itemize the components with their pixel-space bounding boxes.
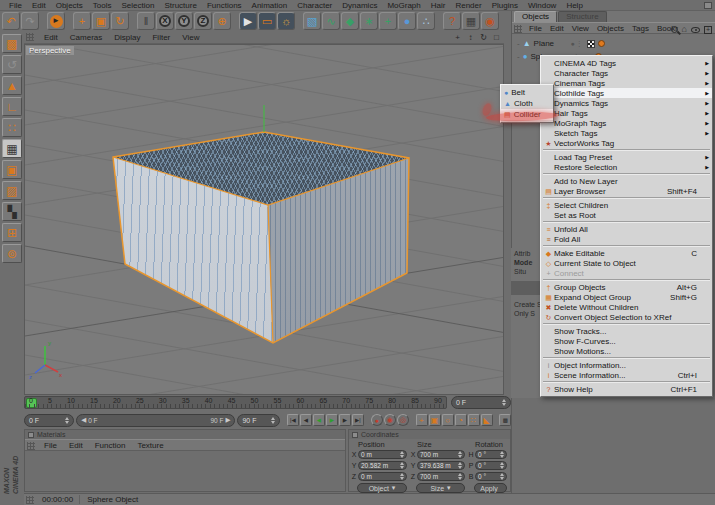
content-browser-icon[interactable]: ▦ (462, 12, 480, 30)
menubar-item[interactable]: Render (450, 1, 486, 10)
menubar-item[interactable]: Dynamics (337, 1, 382, 10)
context-menu-item[interactable]: ▤ Layer Browser Shift+F4 (541, 186, 712, 196)
end-frame-input[interactable]: 90 F (237, 414, 280, 427)
menubar-item[interactable]: Window (523, 1, 561, 10)
object-menu-item[interactable]: File (525, 24, 546, 33)
scale-tool-icon[interactable]: ▣ (92, 12, 110, 30)
context-menu-item[interactable]: CINEMA 4D Tags ▶ (541, 58, 712, 68)
context-menu-item[interactable]: i Scene Information... Ctrl+I (541, 370, 712, 380)
next-frame-button[interactable]: ▶ (339, 414, 351, 426)
context-menu-item[interactable]: ★ VectorWorks Tag (541, 138, 712, 148)
menubar-item[interactable]: Animation (247, 1, 293, 10)
context-menu-item[interactable]: Cineman Tags ▶ (541, 78, 712, 88)
visibility-dots-icon[interactable]: ●⋮ (571, 40, 584, 48)
stepper-icon[interactable] (502, 399, 506, 406)
context-menu-item[interactable]: Load Tag Preset ▶ (541, 152, 712, 162)
context-menu-item[interactable]: ≡ Unfold All (541, 224, 712, 234)
stepper-icon[interactable] (65, 417, 69, 424)
viewport-menu-item[interactable]: Cameras (64, 33, 108, 42)
record-keyframe-button[interactable]: ● (371, 414, 383, 426)
coordinate-input[interactable]: 700 m (417, 472, 465, 481)
menubar-item[interactable]: Help (561, 1, 587, 10)
goto-end-button[interactable]: ▶| (352, 414, 364, 426)
context-menu-item[interactable]: Character Tags ▶ (541, 68, 712, 78)
stepper-icon[interactable] (500, 451, 504, 458)
viewport-menu-item[interactable]: Edit (38, 33, 64, 42)
panel-window-icon[interactable] (28, 432, 34, 438)
context-help-icon[interactable]: ? (443, 12, 461, 30)
texture-mode-icon[interactable]: ▨ (2, 181, 22, 200)
minimize-timeline-icon[interactable]: ▩ (499, 414, 511, 426)
context-menu-item[interactable]: Sketch Tags ▶ (541, 128, 712, 138)
object-menu-item[interactable]: Tags (628, 24, 653, 33)
key-position-icon[interactable]: + (416, 414, 428, 426)
snap-settings-icon[interactable]: ⊚ (2, 244, 22, 263)
context-menu-item[interactable]: ◆ Make Editable C (541, 248, 712, 258)
materials-menu-item[interactable]: File (38, 441, 63, 450)
coordinate-input[interactable]: 379.638 m (417, 461, 465, 470)
points-mode-icon[interactable]: ∷ (2, 118, 22, 137)
context-menu-item[interactable]: Show F-Curves... (541, 336, 712, 346)
window-corner-icon[interactable] (704, 2, 712, 9)
coordinate-input[interactable]: 0 m (358, 472, 407, 481)
current-frame-field[interactable]: 0 F (451, 396, 511, 409)
context-menu-item[interactable]: Show Motions... (541, 346, 712, 356)
menubar-item[interactable]: Selection (117, 1, 160, 10)
context-menu-item[interactable]: † Group Objects Alt+G (541, 282, 712, 292)
menubar-item[interactable]: Structure (159, 1, 201, 10)
viewport-menu-item[interactable]: Display (108, 33, 146, 42)
coordinate-sliders-icon[interactable]: ‖ (137, 12, 155, 30)
context-menu-item[interactable]: Clothilde Tags ▶ (541, 88, 712, 98)
menubar-item[interactable]: Character (292, 1, 337, 10)
stepper-icon[interactable] (458, 451, 462, 458)
context-menu-item[interactable]: ↻ Convert Object Selection to XRef (541, 312, 712, 322)
stepper-icon[interactable] (271, 417, 275, 424)
context-menu-item[interactable]: Dynamics Tags ▶ (541, 98, 712, 108)
autokey-button[interactable]: ◉ (384, 414, 396, 426)
polygons-mode-icon[interactable]: ▣ (2, 160, 22, 179)
menubar-item[interactable]: Functions (202, 1, 247, 10)
make-editable-icon[interactable]: ▩ (2, 34, 22, 53)
model-mode-icon[interactable]: ↺ (2, 55, 22, 74)
bend-deformer-icon[interactable]: ∿ (322, 12, 340, 30)
object-menu-item[interactable]: Edit (546, 24, 568, 33)
materials-list-area[interactable] (25, 451, 345, 490)
stepper-icon[interactable] (458, 462, 462, 469)
phong-tag-icon[interactable] (587, 40, 595, 48)
key-rotation-icon[interactable]: ○ (442, 414, 454, 426)
object-menu-item[interactable]: Objects (593, 24, 628, 33)
live-selection-icon[interactable]: ► (47, 12, 65, 30)
coordinates-title-bar[interactable]: Coordinates (349, 430, 510, 439)
coordinate-input[interactable]: 20.582 m (358, 461, 407, 470)
materials-menu-item[interactable]: Edit (63, 441, 89, 450)
coordinate-input[interactable]: 0 ° (475, 450, 507, 459)
undo-icon[interactable]: ↶ (2, 12, 20, 30)
frame-range-slider[interactable]: ◀ 0 F 90 F ▶ (76, 414, 235, 427)
object-dropdown[interactable]: Object▾ (357, 483, 407, 493)
metaball-icon[interactable]: ● (398, 12, 416, 30)
context-menu-item[interactable]: Set as Root (541, 210, 712, 220)
context-menu-item[interactable]: Hair Tags ▶ (541, 108, 712, 118)
context-menu-item[interactable]: ▦ Expand Object Group Shift+G (541, 292, 712, 302)
uv-checker-icon[interactable]: ▚ (2, 202, 22, 221)
play-forward-button[interactable]: ▶ (326, 414, 338, 426)
home-icon[interactable]: ⌂ (682, 25, 687, 34)
menubar-item[interactable]: Objects (51, 1, 88, 10)
edges-mode-icon[interactable]: ▦ (2, 139, 22, 158)
context-menu-item[interactable]: ≡ Fold All (541, 234, 712, 244)
attributes-tab[interactable]: Situ (511, 266, 540, 275)
add-cube-icon[interactable]: ▧ (303, 12, 321, 30)
rotate-tool-icon[interactable]: ↻ (111, 12, 129, 30)
apply-button[interactable]: Apply (474, 483, 507, 493)
object-axis-mode-icon[interactable]: ∟ (2, 97, 22, 116)
viewport-scene[interactable]: Perspective (24, 44, 504, 395)
materials-menu-item[interactable]: Texture (131, 441, 169, 450)
online-updater-icon[interactable]: ◉ (481, 12, 499, 30)
context-menu-item[interactable]: Add to New Layer (541, 176, 712, 186)
array-object-icon[interactable]: ◆ (341, 12, 359, 30)
lock-x-axis-icon[interactable]: X (156, 12, 174, 30)
context-menu-item[interactable]: Show Tracks... (541, 326, 712, 336)
stepper-icon[interactable] (500, 473, 504, 480)
move-tool-icon[interactable]: + (73, 12, 91, 30)
key-filter-icon[interactable]: ◣ (481, 414, 493, 426)
